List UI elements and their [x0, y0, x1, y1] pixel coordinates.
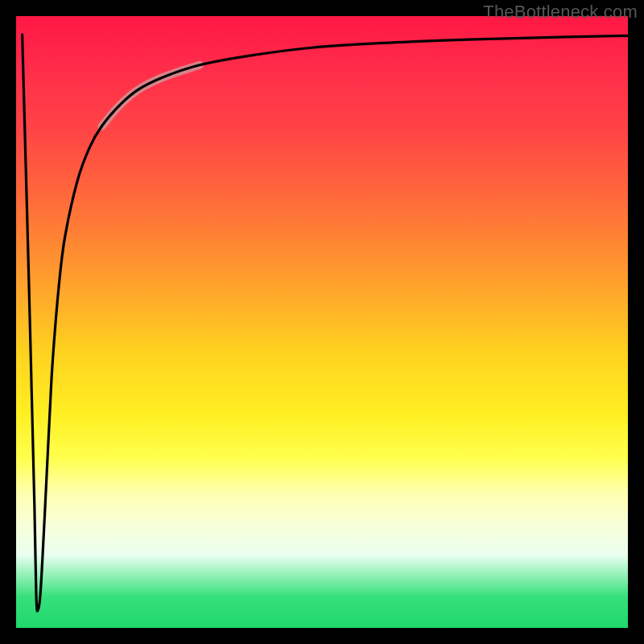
- chart-frame: TheBottleneck.com: [0, 0, 644, 644]
- plot-area: [16, 16, 628, 628]
- curve-svg: [16, 16, 628, 628]
- main-curve: [23, 35, 628, 611]
- highlight-segment: [101, 65, 200, 126]
- watermark-text: TheBottleneck.com: [483, 2, 638, 23]
